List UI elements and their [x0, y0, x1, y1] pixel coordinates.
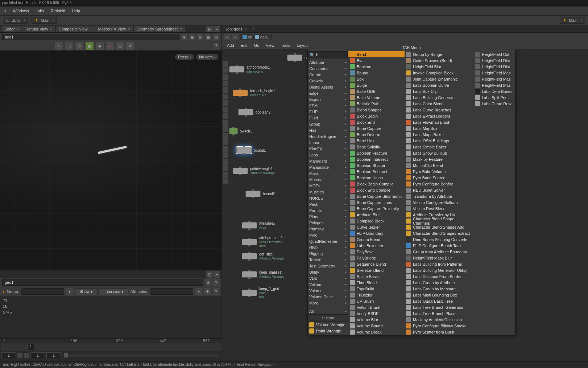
operator-item[interactable]: Spline Basis [348, 273, 405, 279]
operator-item[interactable]: Block End [348, 119, 405, 125]
operator-item[interactable]: FLIP Configure Beach Tank [405, 242, 473, 249]
tab-renderview[interactable]: Render View× [22, 26, 55, 32]
help-icon[interactable]: ? [213, 43, 219, 49]
category-item[interactable]: NURBS [308, 195, 348, 201]
add-net-tab-icon[interactable]: + [250, 26, 257, 32]
operator-item[interactable]: Pyro Scatter from Burst [405, 329, 473, 335]
tab-editor[interactable]: Editor× [1, 26, 22, 32]
flag-icon[interactable] [223, 107, 228, 113]
operator-item[interactable]: Labs Color Blend [405, 101, 473, 107]
operator-item[interactable]: Time Blend [348, 279, 405, 286]
category-item[interactable]: Edge [308, 90, 348, 96]
operator-item[interactable]: PolyBevel [348, 249, 405, 255]
cut-icon[interactable] [223, 139, 228, 145]
node[interactable]: foreach_begin1Piece *667 [233, 89, 275, 97]
category-item[interactable]: QuadRemesher [308, 238, 348, 244]
quickmark-icon[interactable] [223, 179, 228, 184]
category-item[interactable]: Export [308, 96, 348, 102]
history-item[interactable]: Volume Wrangle [308, 322, 348, 328]
category-item[interactable]: Create [308, 71, 348, 78]
timeline-track[interactable]: 1 [1, 343, 221, 351]
find-icon[interactable] [223, 146, 228, 152]
operator-item[interactable]: Mask by Feature [405, 156, 473, 162]
group-input[interactable] [21, 288, 64, 295]
camera-dropdown[interactable]: No cam [196, 54, 219, 60]
operator-item[interactable]: TriBezier [348, 292, 405, 298]
operator-item[interactable]: HeightField Dist [473, 57, 515, 64]
ss-help-icon[interactable]: ? [213, 279, 219, 286]
layout-icon[interactable] [223, 120, 228, 126]
operator-item[interactable]: HeightField Blur [405, 64, 473, 70]
category-item[interactable]: Mask [308, 170, 348, 176]
category-item[interactable]: Attribute [308, 59, 348, 65]
category-item[interactable]: Planar [308, 213, 348, 220]
gear-icon[interactable]: ⚙ [126, 42, 134, 50]
timeline-cursor[interactable]: 1 [28, 344, 34, 350]
show-dropdown[interactable]: Show ▾ [75, 288, 98, 295]
category-item[interactable]: Digital Assets [308, 84, 348, 90]
category-item[interactable]: KineFX [308, 146, 348, 152]
path-input[interactable] [2, 34, 179, 40]
operator-item[interactable]: Bone Link [348, 138, 405, 144]
operator-item[interactable]: FLIP Boundary [348, 230, 405, 236]
play-back-icon[interactable] [24, 353, 29, 358]
category-item[interactable]: RBD [308, 244, 348, 250]
operator-item[interactable]: HeightField Dist [473, 64, 515, 70]
desktop-dropdown[interactable]: ★Main [32, 17, 57, 24]
category-item[interactable]: Test Geometry [308, 263, 348, 269]
prev-key-icon[interactable] [17, 353, 22, 358]
operator-item[interactable]: Labs Curve Branches [405, 107, 473, 113]
grid-snap-icon[interactable] [223, 61, 228, 67]
viewport[interactable]: Persp No cam [0, 51, 221, 269]
operator-item[interactable]: Labs Maps Baker [405, 131, 473, 138]
operator-item[interactable]: Labs Flowmap Brush [405, 119, 473, 125]
sticky-icon[interactable] [223, 74, 228, 80]
netbox-icon[interactable] [223, 81, 228, 86]
ss-pin-icon[interactable]: ⊕ [205, 279, 211, 286]
operator-item[interactable]: Labs Group by Measure [405, 286, 473, 292]
operator-item[interactable]: Labs Simple Baker [405, 144, 473, 150]
group-menu-icon[interactable]: ▾ [66, 288, 73, 295]
wire-icon[interactable] [223, 126, 228, 132]
operator-item[interactable]: Pyro Configure Billowy Smoke [405, 323, 473, 329]
operator-item[interactable]: Group by Range [405, 51, 473, 57]
operator-item[interactable]: HeightField Mask Blur [405, 255, 473, 261]
category-item[interactable]: Primitive [308, 226, 348, 232]
operator-item[interactable]: Blast [348, 57, 405, 64]
operator-item[interactable]: Labs OSM Buildings [405, 138, 473, 144]
menu-redshift[interactable]: Redshift [48, 8, 68, 14]
net-menu-edit[interactable]: Edit [238, 42, 250, 49]
operator-item[interactable]: Bulge [348, 82, 405, 88]
category-item[interactable]: Pack [308, 201, 348, 207]
snapshot-icon[interactable]: ◱ [213, 34, 219, 40]
operator-item[interactable]: Labs Split Primi [473, 94, 515, 101]
node[interactable]: switch1 [229, 128, 252, 134]
menu-windows[interactable]: Windows [10, 8, 32, 14]
operator-item[interactable]: HeightField Mas [473, 70, 515, 76]
operator-item[interactable]: Labs Extract Borders [405, 113, 473, 119]
tab-menu-search[interactable]: 🔍 [308, 51, 348, 58]
category-item[interactable]: Rigging [308, 250, 348, 257]
net-tab[interactable]: /obj/geo1× [223, 26, 250, 32]
operator-item[interactable]: Mask by Ambient Occlusion [405, 316, 473, 323]
maximize-icon[interactable]: ◱ [206, 26, 213, 32]
operator-item[interactable]: Boolean Intersect [348, 156, 405, 162]
node[interactable]: bound2 [245, 191, 275, 197]
frame-icon[interactable] [223, 152, 228, 158]
category-item[interactable]: FEM [308, 102, 348, 109]
align-icon[interactable] [223, 113, 228, 119]
comment-icon[interactable] [223, 100, 228, 106]
node[interactable]: attribpromote2Area Elements: 6area [242, 236, 284, 248]
operator-item[interactable]: Labs Multi Bounding Box [405, 292, 473, 298]
category-item[interactable]: Houdini Engine [308, 133, 348, 139]
pane-menu-icon[interactable]: ▾ [214, 26, 220, 32]
operator-item[interactable]: HeightField Cut [473, 51, 515, 57]
operator-item[interactable]: Labs Dem Bones [473, 88, 515, 94]
search-input[interactable] [316, 53, 345, 57]
operator-item[interactable]: Guide Process (Bend) [405, 57, 473, 64]
category-item[interactable]: Group [308, 121, 348, 127]
select-tool-icon[interactable]: ↖ [55, 42, 63, 50]
category-item[interactable]: Volume Paint [308, 294, 348, 300]
category-item[interactable]: MOPs [308, 183, 348, 189]
operator-item[interactable]: Boolean [348, 64, 405, 70]
